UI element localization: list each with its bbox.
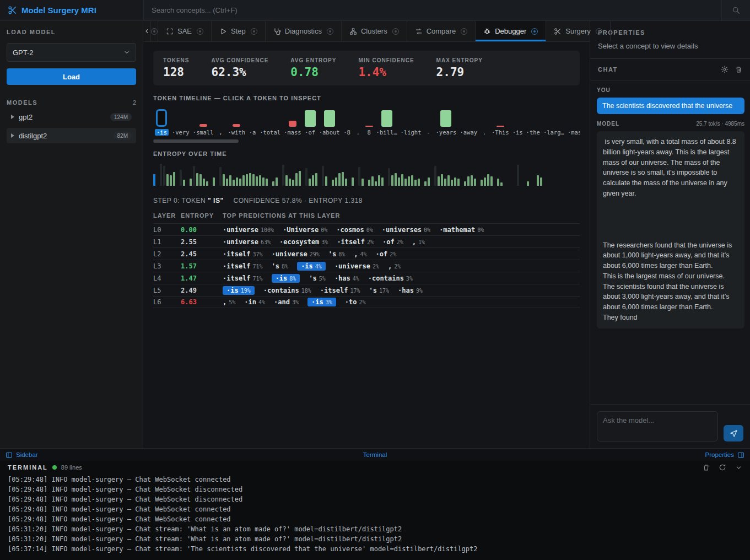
token[interactable]: ·light (399, 127, 423, 136)
prediction[interactable]: 's17% (369, 287, 389, 294)
prediction[interactable]: 's8% (272, 262, 289, 270)
token[interactable]: ·mass (566, 127, 580, 136)
refresh-icon[interactable] (719, 464, 726, 471)
prediction[interactable]: ·itself37% (223, 250, 263, 258)
tab-diagnostics[interactable]: Diagnostics (266, 21, 342, 41)
token[interactable]: ·is (511, 127, 525, 136)
token[interactable]: ·very (170, 127, 191, 136)
gear-icon[interactable] (721, 66, 729, 73)
token[interactable]: ·total (258, 127, 282, 136)
prediction[interactable]: ,2% (388, 262, 401, 270)
token-label: ·very (172, 129, 190, 136)
prediction[interactable]: ·universe2% (334, 262, 379, 270)
prediction[interactable]: ·universe100% (223, 226, 274, 234)
tab-label: Diagnostics (285, 27, 322, 35)
prediction[interactable]: ·contains3% (368, 274, 413, 282)
prediction[interactable]: ·itself71% (223, 262, 263, 270)
chevron-down-icon[interactable] (735, 464, 742, 471)
scrollbar-thumb[interactable] (153, 139, 239, 143)
search-input[interactable] (143, 0, 721, 20)
token-label: ·light (401, 129, 422, 136)
chat-input[interactable] (597, 411, 718, 441)
tab-debugger[interactable]: Debugger (476, 21, 546, 41)
prediction[interactable]: ,4% (354, 250, 366, 258)
model-select[interactable]: GPT-2 (7, 43, 136, 62)
prediction-token: ·has (334, 274, 350, 282)
step-header: STEP 0: TOKEN " IS" CONFIDENCE 57.8% · E… (153, 197, 580, 204)
prediction[interactable]: ·is19% (223, 286, 255, 295)
prediction[interactable]: ·itself17% (320, 287, 360, 294)
prediction[interactable]: ·in4% (244, 298, 265, 306)
token[interactable]: ·bill… (375, 110, 399, 136)
token[interactable]: ·the (525, 127, 542, 136)
prediction[interactable]: ·of2% (376, 250, 397, 258)
token[interactable]: ·This (490, 126, 511, 136)
tab-clusters[interactable]: Clusters (342, 21, 407, 41)
prediction[interactable]: ,5% (223, 298, 235, 306)
prediction[interactable]: ·universe29% (272, 250, 320, 258)
tree-arrow-icon[interactable] (11, 115, 14, 119)
tree-arrow-icon[interactable] (11, 133, 14, 138)
prediction[interactable]: ·cosmos0% (336, 226, 373, 234)
statusbar-terminal[interactable]: Terminal (0, 451, 750, 458)
trash-icon[interactable] (703, 464, 710, 471)
sidebar-item-gpt2[interactable]: gpt2 124M (7, 109, 136, 125)
token[interactable]: ·of (303, 110, 317, 136)
prediction[interactable]: ·itself71% (223, 274, 263, 282)
prediction[interactable]: ·Universe0% (283, 226, 327, 234)
collapse-left-icon[interactable] (143, 21, 151, 41)
load-button[interactable]: Load (7, 68, 136, 85)
token[interactable]: ·away (458, 127, 479, 136)
tab-sae[interactable]: SAE (158, 21, 212, 41)
prediction[interactable]: ·itself2% (337, 238, 374, 246)
prediction[interactable]: ·universes0% (382, 226, 430, 234)
help-circle-icon[interactable] (151, 21, 158, 41)
prediction-list: ·universe100%·Universe0%·cosmos0%·univer… (223, 226, 484, 234)
prediction[interactable]: ·to2% (345, 298, 366, 306)
entropy-bar (226, 179, 228, 186)
prediction[interactable]: ·has9% (398, 287, 423, 294)
token[interactable]: ·8 (342, 127, 353, 136)
token[interactable]: ·is (153, 109, 170, 136)
token[interactable]: 8 (364, 126, 375, 136)
prediction[interactable]: ·ecosystem3% (279, 238, 328, 246)
prediction[interactable]: ·is4% (297, 262, 326, 271)
prediction[interactable]: ·of2% (382, 238, 403, 246)
token[interactable]: , (215, 127, 226, 136)
prediction[interactable]: ·is8% (272, 274, 300, 283)
token[interactable]: ·mass (282, 121, 303, 136)
token[interactable]: ·with (226, 124, 247, 136)
token[interactable]: ·larg… (542, 127, 566, 136)
prediction[interactable]: ·and3% (274, 298, 299, 306)
token-label: , (219, 129, 222, 136)
prediction-token: ·contains (263, 287, 299, 294)
tab-surgery[interactable]: Surgery (546, 21, 611, 41)
tab-compare[interactable]: Compare (407, 21, 476, 41)
sidebar-item-distilgpt2[interactable]: distilgpt2 82M (7, 128, 136, 143)
send-button[interactable] (724, 425, 743, 441)
debugger-content: TOKENS128AVG CONFIDENCE62.3%AVG ENTROPY0… (143, 42, 590, 448)
prediction[interactable]: ·universe63% (223, 238, 271, 246)
token[interactable]: . (479, 127, 490, 136)
token[interactable]: - (423, 127, 434, 136)
prediction[interactable]: ·has4% (334, 274, 359, 282)
prediction[interactable]: 's8% (328, 250, 346, 258)
scissors-icon (554, 28, 562, 35)
token[interactable]: ·years (434, 110, 458, 136)
token-label: ·years (435, 129, 456, 136)
token[interactable]: . (353, 127, 364, 136)
prediction[interactable]: ·contains18% (263, 287, 311, 294)
token[interactable]: ·about (317, 110, 342, 136)
prediction-list: ·itself71%·is8%'s5%·has4%·contains3% (223, 274, 413, 283)
trash-icon[interactable] (735, 66, 742, 73)
token[interactable]: ·small (191, 124, 215, 136)
info-icon (197, 28, 203, 35)
search-icon[interactable] (721, 0, 750, 20)
tab-step[interactable]: Step (212, 21, 266, 41)
prediction[interactable]: ,1% (412, 238, 425, 246)
statusbar-properties[interactable]: Properties (705, 451, 750, 459)
prediction[interactable]: ·mathemat0% (439, 226, 484, 234)
prediction[interactable]: ·is3% (307, 298, 336, 306)
token[interactable]: ·a (247, 127, 258, 136)
prediction[interactable]: 's5% (309, 274, 326, 282)
